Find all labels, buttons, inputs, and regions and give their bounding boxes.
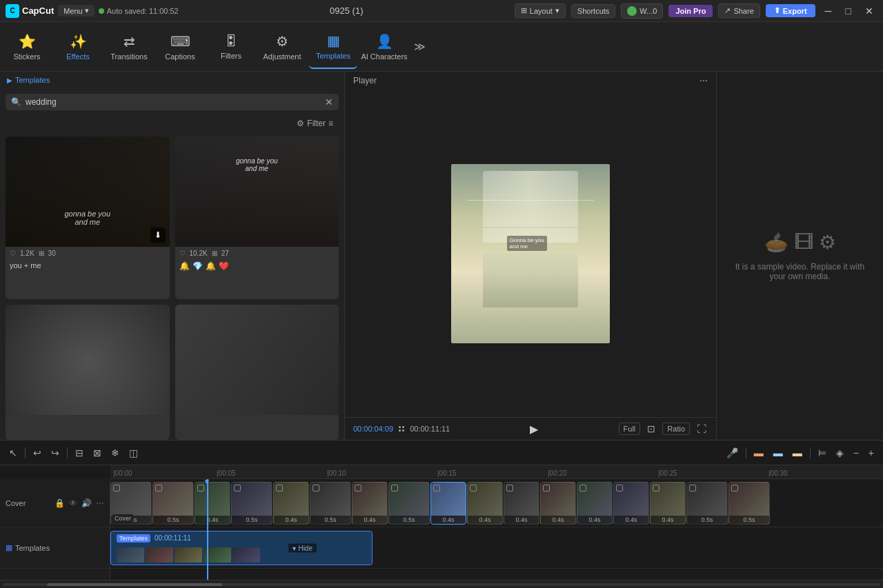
clip-dur-5: 0.5s: [310, 516, 350, 524]
maximize-button[interactable]: □: [842, 4, 855, 18]
right-panel-placeholder-icon: 🥧 🎞 ⚙: [764, 231, 836, 254]
freeze-button[interactable]: ❄: [108, 445, 123, 460]
clear-search-button[interactable]: ✕: [325, 97, 333, 108]
align-button[interactable]: ⊨: [815, 445, 830, 460]
video-track: 0.5s Cover 0.5s 0.4s: [110, 479, 883, 527]
film-strip-icon: 🎞: [794, 231, 813, 254]
undo-button[interactable]: ↩: [30, 445, 45, 460]
ratio-button[interactable]: Ratio: [662, 423, 690, 435]
video-clip-14[interactable]: 0.4s: [650, 482, 686, 525]
select-tool-button[interactable]: ↖: [6, 445, 21, 460]
fullscreen-button[interactable]: ⛶: [695, 422, 708, 436]
template-card-1[interactable]: gonna be youand me ⬇ ♡ 1.2K ⊞ 30 you + m…: [6, 136, 170, 299]
mirror-button[interactable]: ◫: [126, 445, 141, 460]
video-clip-5[interactable]: 0.5s: [310, 482, 351, 525]
fit-screen-button[interactable]: ⊡: [646, 422, 657, 436]
layout-button[interactable]: ⊞ Layout ▾: [515, 3, 566, 18]
join-pro-button[interactable]: Join Pro: [668, 5, 713, 17]
tool-captions[interactable]: ⌨ Captions: [156, 25, 204, 69]
toolbar-divider-2: [67, 447, 68, 458]
visibility-icon[interactable]: 👁: [69, 498, 77, 508]
tool-filters[interactable]: 🎛 Filters: [207, 25, 255, 69]
tool-transitions[interactable]: ⇄ Transitions: [105, 25, 153, 69]
more-icon[interactable]: ⋯: [96, 498, 104, 508]
video-clip-8[interactable]: 0.4s: [430, 482, 466, 525]
clip-dur-15: 0.5s: [687, 516, 727, 524]
grid-view-icon[interactable]: [399, 426, 404, 432]
video-clip-7[interactable]: 0.5s: [388, 482, 430, 525]
tool-adjustment[interactable]: ⚙ Adjustment: [258, 25, 306, 69]
clip-dur-3: 0.5s: [232, 516, 272, 524]
split-button[interactable]: ⊟: [72, 445, 87, 460]
hide-template-button[interactable]: ▾ Hide: [288, 543, 317, 552]
scroll-thumb[interactable]: [47, 583, 222, 586]
tool-stickers[interactable]: ⭐ Stickers: [3, 25, 51, 69]
video-clip-2[interactable]: 0.4s: [195, 482, 230, 525]
export-button[interactable]: ⬆ Export: [766, 4, 815, 17]
left-panel: ▶ Templates 🔍 ✕ ⚙ Filter ≡ gonna be youa…: [0, 72, 345, 440]
minimize-button[interactable]: ─: [821, 4, 836, 18]
tool-adjustment-label: Adjustment: [263, 52, 301, 61]
audio-track-button[interactable]: ▬: [770, 445, 786, 460]
timeline-right-content: ▼ 0.5s Cover 0.5s: [110, 479, 883, 580]
lock-icon[interactable]: 🔒: [54, 498, 65, 508]
template-clip[interactable]: Templates 00:00:11:11 ▾: [110, 531, 373, 565]
play-button[interactable]: ▶: [530, 423, 538, 436]
video-clip-12[interactable]: 0.4s: [577, 482, 613, 525]
clip-dur-11: 0.4s: [541, 516, 575, 524]
template-card-4[interactable]: [175, 305, 339, 440]
video-clip-0[interactable]: 0.5s Cover: [110, 482, 152, 525]
tool-captions-label: Captions: [165, 52, 195, 61]
menu-button[interactable]: Menu ▾: [58, 5, 95, 17]
video-track-button[interactable]: ▬: [751, 445, 767, 460]
workspace-button[interactable]: W...0: [621, 3, 663, 19]
video-clip-3[interactable]: 0.5s: [231, 482, 272, 525]
video-clip-1[interactable]: 0.5s: [152, 482, 194, 525]
player-video: Gonna be youand me: [451, 164, 610, 343]
share-button[interactable]: ↗ Share: [718, 3, 760, 18]
filter-button[interactable]: ⚙ Filter ≡: [291, 116, 339, 131]
video-clip-9[interactable]: 0.4s: [467, 482, 503, 525]
player-menu-icon: ⋯: [700, 76, 708, 85]
shortcuts-button[interactable]: Shortcuts: [571, 4, 615, 18]
search-input[interactable]: [26, 97, 321, 107]
tool-effects[interactable]: ✨ Effects: [54, 25, 102, 69]
templates-section-header[interactable]: ▶ Templates: [0, 72, 344, 88]
mic-button[interactable]: 🎤: [723, 445, 742, 460]
template-track-label-icon: ▦: [6, 543, 12, 552]
video-clip-13[interactable]: 0.4s: [613, 482, 649, 525]
trim-button[interactable]: ⊠: [90, 445, 105, 460]
video-clip-4[interactable]: 0.4s: [273, 482, 309, 525]
player-total-time: 00:00:11:11: [410, 425, 450, 433]
clip-dur-1: 0.5s: [153, 516, 193, 524]
zoom-out-button[interactable]: −: [850, 445, 862, 460]
clip-dur-14: 0.4s: [651, 516, 685, 524]
video-clip-6[interactable]: 0.4s: [352, 482, 388, 525]
template-card-2[interactable]: gonna be youand me ♡ 10.2K ⊞ 27 🔔 💎 🔔 ❤️: [175, 136, 339, 299]
timeline-ruler: |00:00 |00:05 |00:10 |00:15 |00:20 |00:2…: [110, 465, 883, 479]
zoom-in-button[interactable]: +: [865, 445, 877, 460]
timeline-left-labels: Cover 🔒 👁 🔊 ⋯ ▦ Templates: [0, 479, 110, 580]
template-download-button-1[interactable]: ⬇: [150, 227, 166, 243]
playhead[interactable]: ▼: [207, 479, 208, 580]
tool-templates[interactable]: ▦ Templates: [309, 25, 357, 69]
template-card-3[interactable]: [6, 305, 170, 440]
text-track-button[interactable]: ▬: [789, 445, 806, 460]
redo-button[interactable]: ↪: [48, 445, 63, 460]
close-button[interactable]: ✕: [861, 4, 877, 18]
template-overlay-text-2: gonna be youand me: [236, 157, 278, 172]
tool-ai-characters[interactable]: 👤 AI Characters: [360, 25, 408, 69]
video-clip-10[interactable]: 0.4s: [504, 482, 539, 525]
video-clip-16[interactable]: 0.5s: [728, 482, 770, 525]
audio-icon[interactable]: 🔊: [81, 498, 92, 508]
mark-button[interactable]: ◈: [833, 445, 847, 460]
video-clip-11[interactable]: 0.4s: [540, 482, 576, 525]
clip-dur-10: 0.4s: [504, 516, 539, 524]
video-label-text: Cover: [6, 499, 26, 507]
collapse-panel-button[interactable]: ≫: [411, 37, 428, 56]
video-clip-15[interactable]: 0.5s: [686, 482, 728, 525]
tool-transitions-label: Transitions: [110, 52, 147, 61]
template-heart-icon-1: ♡: [10, 250, 16, 257]
clip-dur-6: 0.4s: [353, 516, 387, 524]
full-button[interactable]: Full: [619, 423, 641, 435]
